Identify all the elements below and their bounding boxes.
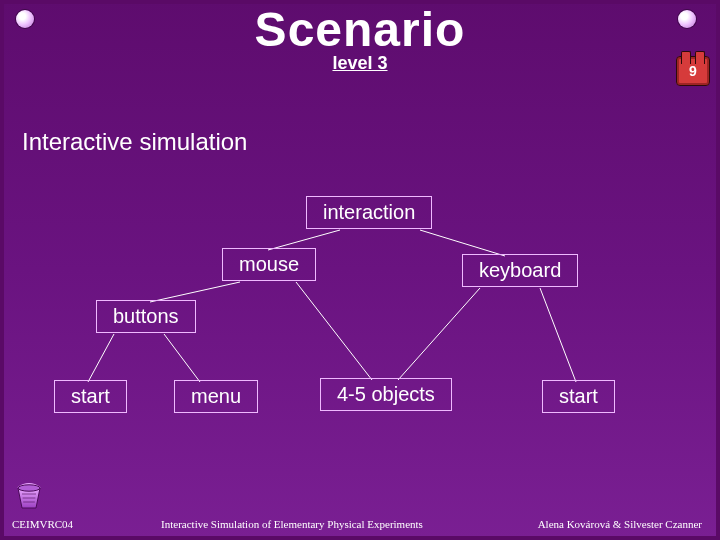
svg-line-3 bbox=[296, 282, 372, 380]
section-heading: Interactive simulation bbox=[22, 128, 247, 156]
corner-dot-top-right-icon bbox=[678, 10, 696, 28]
node-menu: menu bbox=[174, 380, 258, 413]
node-start-right: start bbox=[542, 380, 615, 413]
slide-subtitle: level 3 bbox=[0, 53, 720, 74]
slide-number: 9 bbox=[689, 63, 697, 79]
svg-line-4 bbox=[398, 288, 480, 380]
footer-right: Alena Kovárová & Silvester Czanner bbox=[462, 518, 702, 530]
bucket-icon bbox=[12, 476, 46, 510]
slide-frame bbox=[0, 0, 720, 540]
svg-line-1 bbox=[420, 230, 505, 256]
node-interaction: interaction bbox=[306, 196, 432, 229]
node-mouse: mouse bbox=[222, 248, 316, 281]
node-objects: 4-5 objects bbox=[320, 378, 452, 411]
node-keyboard: keyboard bbox=[462, 254, 578, 287]
footer: CEIMVRC04 Interactive Simulation of Elem… bbox=[0, 518, 720, 530]
node-start-left: start bbox=[54, 380, 127, 413]
title-block: Scenario level 3 bbox=[0, 2, 720, 74]
connector-lines bbox=[0, 0, 720, 540]
footer-left: CEIMVRC04 bbox=[12, 518, 122, 530]
svg-line-6 bbox=[88, 334, 114, 382]
svg-line-2 bbox=[150, 282, 240, 302]
slide-number-badge: 9 bbox=[676, 56, 710, 86]
slide-title: Scenario bbox=[0, 2, 720, 57]
corner-dot-top-left-icon bbox=[16, 10, 34, 28]
svg-line-5 bbox=[540, 288, 576, 382]
svg-line-7 bbox=[164, 334, 200, 382]
svg-line-0 bbox=[268, 230, 340, 250]
svg-point-8 bbox=[18, 485, 40, 491]
footer-center: Interactive Simulation of Elementary Phy… bbox=[122, 518, 462, 530]
node-buttons: buttons bbox=[96, 300, 196, 333]
